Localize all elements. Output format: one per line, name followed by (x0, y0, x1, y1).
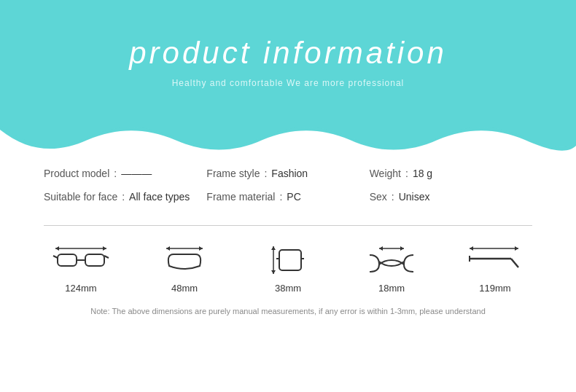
product-model-sep: : (114, 168, 117, 179)
product-model-col: Product model : ——— (44, 168, 206, 179)
dim-label-2: 48mm (171, 283, 198, 294)
header-subtitle: Healthy and comfortable We are more prof… (172, 78, 405, 88)
info-section: Product model : ——— Frame style : Fashio… (0, 153, 576, 222)
sex-sep: : (392, 191, 394, 203)
dim-icon-1 (52, 244, 110, 277)
sex-value: Unisex (399, 191, 430, 203)
svg-marker-21 (470, 246, 473, 251)
sex-label: Sex (370, 191, 387, 203)
dim-label-4: 18mm (378, 283, 405, 294)
svg-marker-2 (103, 246, 106, 251)
frame-material-col: Frame material : PC (206, 191, 369, 203)
dim-icon-5 (466, 244, 524, 277)
frame-style-value: Fashion (271, 168, 308, 179)
info-row-2: Suitable for face : All face types Frame… (44, 191, 532, 203)
face-type-sep: : (122, 191, 125, 203)
note-section: Note: The above dimensions are purely ma… (0, 301, 576, 321)
frame-style-sep: : (264, 168, 267, 179)
frame-material-value: PC (287, 191, 300, 203)
wave-divider (0, 124, 576, 153)
dim-icon-4 (362, 244, 421, 277)
face-type-col: Suitable for face : All face types (44, 191, 206, 203)
dim-item-1: 124mm (52, 244, 110, 294)
svg-marker-22 (515, 246, 518, 251)
weight-value: 18 g (413, 168, 432, 179)
weight-col: Weight : 18 g (370, 168, 532, 179)
svg-marker-10 (199, 246, 203, 251)
dim-label-1: 124mm (65, 283, 96, 294)
svg-rect-4 (85, 254, 104, 266)
dim-icon-3 (259, 244, 317, 277)
sex-col: Sex : Unisex (370, 191, 532, 203)
svg-line-6 (53, 256, 58, 258)
frame-style-label: Frame style (206, 168, 260, 179)
svg-marker-19 (400, 246, 404, 251)
svg-rect-3 (58, 254, 77, 266)
header-section: product information Healthy and comforta… (0, 0, 576, 124)
dim-item-5: 119mm (466, 244, 524, 294)
svg-rect-14 (279, 250, 301, 270)
dim-item-3: 38mm (259, 244, 317, 294)
section-divider (44, 225, 532, 226)
weight-sep: : (405, 168, 408, 179)
dimensions-section: 124mm 48mm (0, 237, 576, 301)
svg-marker-13 (271, 270, 276, 274)
svg-marker-12 (271, 246, 276, 250)
face-type-value: All face types (129, 191, 190, 203)
weight-label: Weight (370, 168, 401, 179)
svg-line-24 (511, 259, 518, 267)
frame-style-col: Frame style : Fashion (206, 168, 369, 179)
dim-label-5: 119mm (479, 283, 510, 294)
product-model-value: ——— (121, 168, 152, 179)
dim-item-4: 18mm (362, 244, 421, 294)
info-row-1: Product model : ——— Frame style : Fashio… (44, 168, 532, 179)
frame-material-sep: : (279, 191, 282, 203)
frame-material-label: Frame material (206, 191, 275, 203)
product-model-label: Product model (44, 168, 109, 179)
dim-label-3: 38mm (275, 283, 301, 294)
face-type-label: Suitable for face (44, 191, 117, 203)
page-title: product information (129, 36, 447, 71)
dim-item-2: 48mm (155, 244, 214, 294)
svg-marker-1 (55, 246, 59, 251)
note-text: Note: The above dimensions are purely ma… (90, 307, 486, 315)
svg-marker-9 (166, 246, 170, 251)
svg-marker-18 (379, 246, 383, 251)
dim-icon-2 (155, 244, 214, 277)
